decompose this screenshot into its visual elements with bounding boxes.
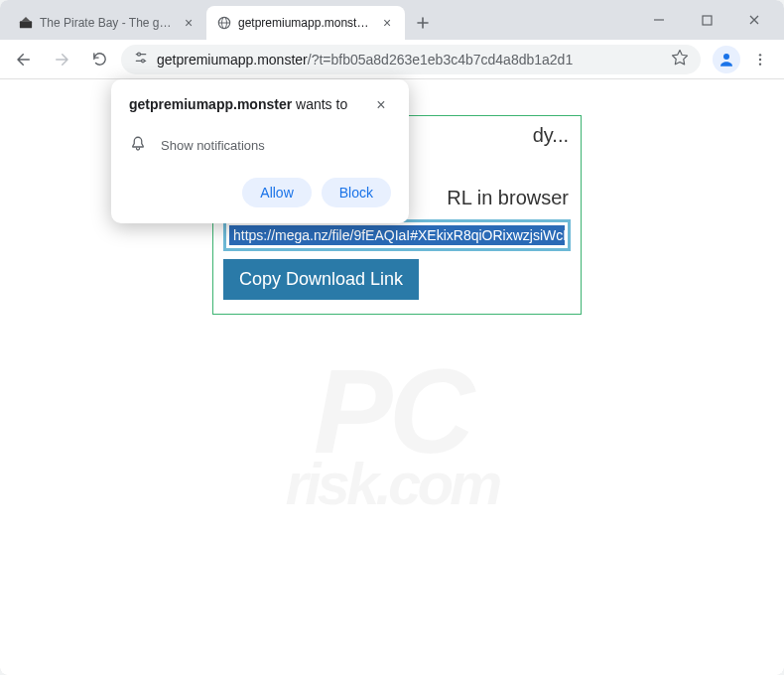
url-field-wrap: https://mega.nz/file/9fEAQIaI#XEkixR8qiO…: [223, 219, 571, 251]
svg-point-9: [142, 60, 145, 63]
prompt-title: getpremiumapp.monster wants to: [129, 95, 371, 115]
maximize-button[interactable]: [685, 4, 728, 36]
watermark: PC risk.com: [0, 342, 784, 518]
permission-row: Show notifications: [129, 135, 391, 156]
close-window-button[interactable]: [732, 4, 776, 36]
new-tab-button[interactable]: [409, 9, 437, 37]
close-icon[interactable]: ×: [181, 15, 196, 31]
reload-button[interactable]: [83, 44, 115, 75]
address-bar[interactable]: getpremiumapp.monster/?t=bfb05a8d263e1eb…: [121, 45, 701, 74]
bell-icon: [129, 135, 147, 156]
toolbar: getpremiumapp.monster/?t=bfb05a8d263e1eb…: [0, 40, 784, 79]
star-icon[interactable]: [671, 49, 689, 69]
svg-point-10: [723, 54, 729, 60]
copy-link-button[interactable]: Copy Download Link: [223, 259, 419, 300]
svg-rect-0: [20, 21, 32, 28]
download-url-field[interactable]: https://mega.nz/file/9fEAQIaI#XEkixR8qiO…: [229, 225, 565, 245]
favicon-pirate-icon: [18, 15, 34, 31]
tab-title: The Pirate Bay - The galaxy's m: [40, 16, 175, 30]
back-button[interactable]: [8, 44, 40, 75]
tab-title: getpremiumapp.monster/?t=bf: [238, 16, 373, 30]
allow-button[interactable]: Allow: [242, 178, 311, 207]
profile-avatar[interactable]: [713, 46, 740, 73]
url-text: getpremiumapp.monster/?t=bfb05a8d263e1eb…: [157, 52, 663, 68]
favicon-globe-icon: [216, 15, 232, 31]
permission-label: Show notifications: [161, 138, 265, 153]
tab-active[interactable]: getpremiumapp.monster/?t=bf ×: [206, 6, 405, 40]
title-bar: The Pirate Bay - The galaxy's m × getpre…: [0, 0, 784, 40]
tab-strip: The Pirate Bay - The galaxy's m × getpre…: [8, 0, 637, 40]
window-controls: [637, 0, 784, 40]
svg-point-7: [138, 53, 141, 56]
minimize-button[interactable]: [637, 4, 681, 36]
svg-rect-5: [703, 16, 712, 25]
svg-point-11: [759, 54, 761, 56]
block-button[interactable]: Block: [322, 178, 391, 207]
close-icon[interactable]: ×: [371, 95, 391, 115]
svg-point-13: [759, 63, 761, 65]
toolbar-right: [707, 44, 776, 75]
notification-permission-prompt: getpremiumapp.monster wants to × Show no…: [111, 79, 409, 223]
site-settings-icon[interactable]: [133, 50, 149, 68]
close-icon[interactable]: ×: [379, 15, 395, 31]
kebab-menu-icon[interactable]: [744, 44, 776, 75]
forward-button[interactable]: [46, 44, 77, 75]
svg-point-12: [759, 58, 761, 60]
tab-inactive[interactable]: The Pirate Bay - The galaxy's m ×: [8, 6, 206, 40]
